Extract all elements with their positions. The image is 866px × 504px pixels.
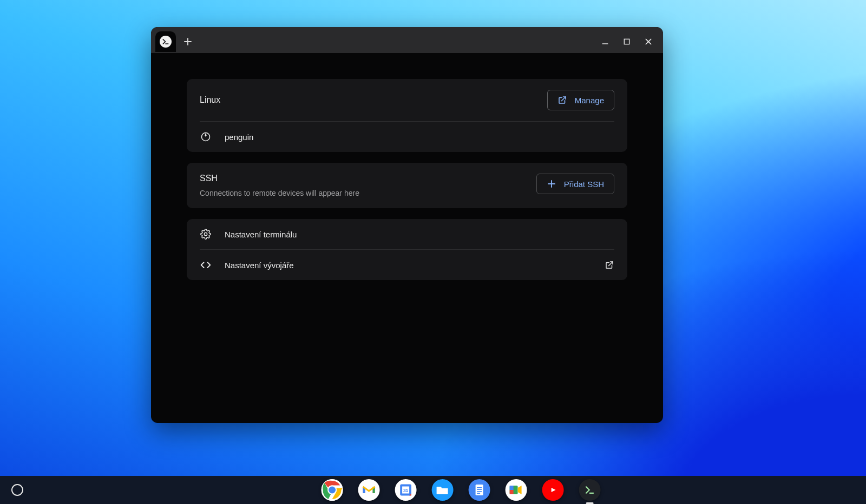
linux-title: Linux [200,95,220,105]
launcher-button[interactable] [6,479,28,501]
terminal-icon [160,36,172,48]
calendar-icon: 31 [399,483,413,497]
add-ssh-label: Přidat SSH [564,180,604,189]
tab-terminal-home[interactable] [155,31,176,52]
add-ssh-button[interactable]: Přidat SSH [536,174,614,194]
maximize-button[interactable] [620,35,634,49]
svg-marker-30 [552,488,556,492]
tab-strip [151,27,663,53]
launcher-icon [11,484,23,496]
svg-rect-28 [510,486,514,490]
shelf-app-gmail[interactable] [358,479,380,501]
shelf-apps: 31 [322,479,601,501]
code-icon [200,260,212,270]
shelf-app-docs[interactable] [469,479,490,501]
linux-panel: Linux Manage [187,79,627,152]
docs-icon [474,483,485,496]
youtube-icon [547,486,559,494]
ssh-empty-hint: Connections to remote devices will appea… [200,189,359,197]
gear-icon [200,229,212,240]
manage-linux-button[interactable]: Manage [547,90,614,110]
shelf-app-files[interactable] [432,479,454,501]
svg-rect-24 [477,491,482,492]
shelf-app-youtube[interactable] [542,479,564,501]
shelf: 31 [0,476,866,504]
plus-icon [547,179,556,189]
shelf-app-terminal[interactable] [579,479,601,501]
developer-settings-row[interactable]: Nastavení vývojáře [187,250,627,280]
developer-settings-label: Nastavení vývojáře [225,261,294,270]
terminal-settings-label: Nastavení terminálu [225,230,297,239]
svg-point-11 [204,233,207,235]
ssh-title: SSH [200,174,359,183]
desktop-wallpaper: Linux Manage [0,0,866,504]
svg-rect-29 [510,490,514,494]
terminal-settings-row[interactable]: Nastavení terminálu [187,219,627,249]
minimize-button[interactable] [598,35,612,49]
manage-button-label: Manage [575,96,604,105]
new-tab-button[interactable] [179,33,196,50]
shelf-app-calendar[interactable]: 31 [395,479,417,501]
terminal-icon [585,485,595,495]
svg-rect-23 [477,489,482,490]
ssh-panel: SSH Connections to remote devices will a… [187,163,627,208]
close-button[interactable] [641,35,655,49]
open-external-icon [557,95,567,105]
svg-rect-25 [477,493,480,494]
terminal-window: Linux Manage [151,27,663,423]
open-external-icon [605,260,614,270]
shelf-app-chrome[interactable] [322,479,343,501]
svg-rect-4 [624,39,629,44]
shelf-app-meet[interactable] [506,479,527,501]
linux-container-icon [200,131,212,142]
svg-marker-27 [518,486,522,494]
chrome-icon [322,479,343,501]
gmail-icon [362,485,376,495]
window-controls [598,35,659,49]
svg-text:31: 31 [403,488,409,493]
svg-rect-22 [477,487,482,488]
files-icon [436,485,449,495]
terminal-home-content: Linux Manage [151,53,663,280]
settings-panel: Nastavení terminálu Nastavení vývojáře [187,219,627,280]
meet-icon [509,483,524,496]
linux-container-name: penguin [225,132,253,142]
linux-container-row[interactable]: penguin [187,122,627,152]
